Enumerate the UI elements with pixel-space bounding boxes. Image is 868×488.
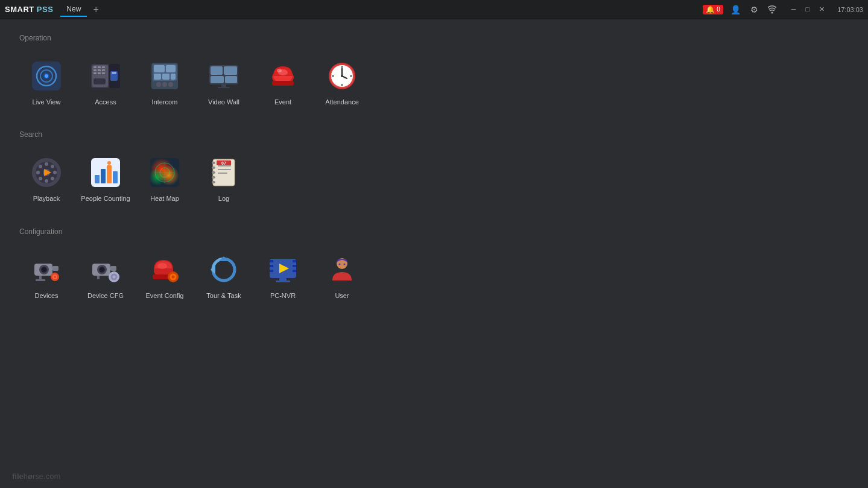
svg-rect-135 [270, 270, 273, 272]
svg-rect-126 [173, 271, 174, 273]
svg-rect-116 [109, 276, 110, 277]
heat-map-item[interactable]: Heat Map [138, 151, 192, 208]
svg-rect-109 [110, 266, 116, 271]
svg-point-28 [162, 82, 167, 87]
svg-point-63 [39, 177, 42, 180]
svg-rect-14 [93, 72, 97, 74]
svg-rect-128 [168, 276, 169, 277]
svg-rect-12 [98, 69, 101, 71]
maximize-button[interactable]: □ [803, 4, 813, 14]
tab-add-button[interactable]: + [89, 3, 102, 16]
gear-icon[interactable]: ⚙ [748, 4, 761, 16]
svg-rect-133 [270, 260, 273, 262]
svg-rect-68 [107, 165, 112, 183]
attendance-icon [325, 59, 359, 93]
playback-label: Playback [33, 194, 60, 203]
svg-point-29 [168, 82, 173, 87]
person-icon[interactable]: 👤 [728, 4, 743, 16]
device-cfg-label: Device CFG [87, 291, 124, 300]
svg-rect-25 [162, 74, 169, 80]
svg-rect-45 [341, 66, 343, 68]
svg-rect-24 [154, 74, 161, 80]
people-counting-item[interactable]: People Counting [78, 151, 133, 208]
svg-rect-134 [270, 265, 273, 267]
minimize-button[interactable]: ─ [788, 4, 799, 14]
config-grid: Devices [19, 248, 849, 305]
main-content: Operation Live View [0, 19, 868, 466]
svg-rect-127 [173, 280, 174, 282]
user-label: User [335, 291, 349, 300]
playback-icon [30, 156, 63, 189]
pc-nvr-item[interactable]: PC-NVR [256, 248, 310, 305]
video-wall-label: Video Wall [208, 98, 239, 106]
section-operation-title: Operation [19, 34, 849, 42]
tour-task-icon [207, 253, 241, 287]
svg-point-62 [51, 165, 54, 168]
log-label: Log [218, 194, 229, 203]
event-config-label: Event Config [146, 291, 184, 300]
svg-rect-88 [218, 173, 227, 174]
live-view-icon [30, 59, 63, 93]
svg-rect-114 [113, 271, 115, 273]
alert-badge[interactable]: 🔔 0 [703, 5, 723, 14]
svg-point-61 [51, 177, 54, 180]
tab-area: New + [60, 2, 102, 17]
people-counting-label: People Counting [81, 194, 130, 203]
svg-point-59 [53, 171, 57, 174]
tab-new[interactable]: New [60, 2, 87, 17]
svg-rect-87 [218, 169, 231, 170]
svg-text:07: 07 [221, 161, 226, 165]
svg-rect-86 [218, 165, 231, 166]
live-view-label: Live View [33, 98, 61, 106]
user-item[interactable]: User [315, 248, 369, 305]
svg-rect-95 [52, 266, 59, 271]
svg-rect-104 [57, 276, 59, 277]
svg-rect-82 [212, 166, 215, 169]
intercom-item[interactable]: Intercom [138, 54, 192, 111]
video-wall-item[interactable]: Video Wall [197, 54, 251, 111]
devices-item[interactable]: Devices [19, 248, 74, 305]
svg-point-70 [107, 161, 111, 165]
svg-rect-31 [211, 66, 223, 75]
playback-item[interactable]: Playback [19, 151, 74, 208]
svg-rect-35 [221, 84, 226, 87]
svg-point-144 [344, 263, 346, 265]
svg-rect-52 [340, 63, 344, 65]
heat-map-icon [148, 156, 182, 189]
window-controls: ─ □ ✕ [788, 4, 828, 14]
attendance-item[interactable]: Attendance [315, 54, 369, 111]
titlebar-left: SMART PSS New + [5, 2, 103, 17]
svg-point-51 [341, 75, 343, 77]
titlebar: SMART PSS New + 🔔 0 👤 ⚙ ─ □ ✕ 17:03:03 [0, 0, 868, 19]
svg-rect-67 [101, 169, 106, 183]
svg-point-100 [54, 276, 56, 278]
svg-rect-47 [332, 75, 334, 77]
wifi-icon[interactable] [765, 4, 779, 15]
live-view-item[interactable]: Live View [19, 54, 74, 111]
event-icon [266, 59, 300, 93]
section-config-title: Configuration [19, 227, 849, 236]
close-button[interactable]: ✕ [816, 4, 828, 14]
intercom-label: Intercom [152, 98, 178, 106]
svg-rect-19 [112, 72, 116, 74]
event-item[interactable]: Event [256, 54, 310, 111]
log-item[interactable]: 07 Log [197, 151, 251, 208]
svg-rect-115 [113, 280, 115, 282]
tour-task-item[interactable]: Tour & Task [197, 248, 251, 305]
svg-rect-138 [293, 270, 296, 272]
svg-rect-101 [54, 273, 56, 274]
time-display: 17:03:03 [837, 6, 863, 13]
svg-rect-22 [154, 65, 165, 72]
svg-rect-34 [225, 76, 237, 83]
svg-point-122 [157, 263, 167, 269]
svg-rect-33 [211, 76, 224, 83]
bell-icon: 🔔 [706, 5, 715, 14]
access-item[interactable]: Access [78, 54, 133, 111]
event-label: Event [274, 98, 291, 106]
device-cfg-item[interactable]: Device CFG [78, 248, 133, 305]
svg-rect-140 [279, 278, 287, 280]
svg-rect-129 [177, 276, 179, 277]
event-config-item[interactable]: Event Config [138, 248, 192, 305]
svg-rect-11 [93, 69, 97, 71]
device-cfg-icon [89, 253, 122, 287]
